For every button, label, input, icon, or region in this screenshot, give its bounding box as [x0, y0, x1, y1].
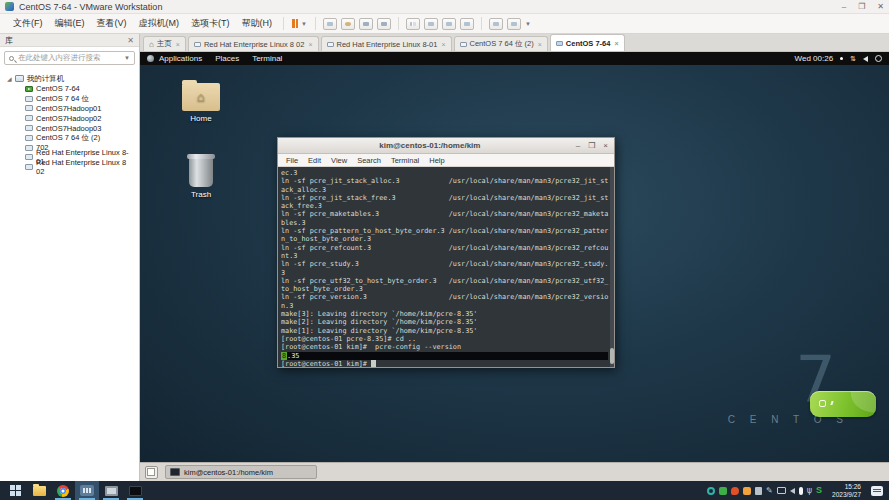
- collapse-icon[interactable]: ◢: [7, 75, 12, 82]
- desktop-icon-home[interactable]: Home: [165, 83, 237, 123]
- tab-close-icon[interactable]: ×: [538, 41, 542, 48]
- terminal-line: ack_free.3: [281, 202, 608, 210]
- terminal-scrollbar[interactable]: [610, 167, 614, 367]
- pen-tray-icon[interactable]: ✎: [766, 487, 773, 495]
- menu-vm[interactable]: 虚拟机(M): [133, 17, 186, 30]
- tab-rhel8-01[interactable]: Red Hat Enterprise Linux 8-01 ×: [321, 36, 452, 51]
- terminal-minimize-button[interactable]: –: [576, 141, 580, 150]
- taskbar-window-button[interactable]: kim@centos-01:/home/kim: [165, 465, 317, 479]
- vmware-app-icon: [5, 2, 14, 11]
- snapshot-camera-icon[interactable]: [359, 18, 373, 30]
- library-close-icon[interactable]: ✕: [127, 36, 134, 45]
- applications-menu[interactable]: Applications: [159, 54, 202, 63]
- show-library-icon[interactable]: [406, 18, 420, 30]
- sidebar-item-hadoop02[interactable]: CentOS7Hadoop02: [3, 113, 136, 123]
- tab-centos7-64-active[interactable]: CentOS 7-64 ×: [550, 34, 625, 51]
- gnome-desktop[interactable]: Home Trash 7 C E N T O S: [140, 65, 889, 462]
- fullscreen-icon[interactable]: [442, 18, 456, 30]
- vm-icon: [460, 42, 467, 47]
- tab-centos7-64bit-2[interactable]: CentOS 7 64 位 (2) ×: [454, 36, 548, 51]
- terminal-maximize-button[interactable]: ❒: [588, 141, 595, 150]
- volume-tray-icon[interactable]: [790, 488, 795, 494]
- snapshot-manager-icon[interactable]: [377, 18, 391, 30]
- tray-icon[interactable]: [719, 487, 727, 495]
- tray-icon[interactable]: [731, 487, 739, 495]
- usb-tray-icon[interactable]: ψ: [807, 487, 812, 495]
- chrome-button[interactable]: [51, 481, 75, 500]
- tab-home[interactable]: ⌂ 主页 ×: [143, 36, 186, 51]
- terminal-menu[interactable]: Terminal: [252, 54, 282, 63]
- microphone-tray-icon[interactable]: [799, 487, 803, 495]
- scrollbar-thumb[interactable]: [610, 348, 614, 364]
- terminal-menu-terminal[interactable]: Terminal: [391, 156, 419, 165]
- menu-view[interactable]: 查看(V): [91, 17, 133, 30]
- clipboard-tray-icon[interactable]: [755, 487, 762, 495]
- terminal-output[interactable]: ec.3 ln -sf pcre_jit_stack_alloc.3 /usr/…: [278, 167, 614, 367]
- terminal-title: kim@centos-01:/home/kim: [284, 141, 576, 150]
- tab-close-icon[interactable]: ×: [441, 41, 445, 48]
- volume-icon[interactable]: [863, 56, 868, 62]
- network-icon[interactable]: ⇅: [850, 55, 856, 63]
- tray-icon[interactable]: [707, 487, 715, 495]
- terminal-titlebar[interactable]: kim@centos-01:/home/kim – ❒ ×: [278, 138, 614, 154]
- terminal-line: n_to_host_byte_order.3: [281, 235, 608, 243]
- tray-icon[interactable]: S: [816, 486, 822, 495]
- terminal-menu-edit[interactable]: Edit: [308, 156, 321, 165]
- tab-close-icon[interactable]: ×: [308, 41, 312, 48]
- pause-vm-button[interactable]: ▼: [289, 19, 310, 28]
- chevron-down-icon[interactable]: ▼: [301, 21, 307, 27]
- workspace-switcher-icon[interactable]: [145, 466, 158, 479]
- display-tray-icon[interactable]: [777, 487, 786, 494]
- taskbar-clock[interactable]: 15:26 2023/9/27: [832, 483, 861, 498]
- tab-close-icon[interactable]: ×: [176, 41, 180, 48]
- terminal-line: nt.3: [281, 252, 608, 260]
- notification-center-icon[interactable]: [871, 486, 883, 496]
- menu-edit[interactable]: 编辑(E): [49, 17, 91, 30]
- menu-tabs[interactable]: 选项卡(T): [185, 17, 236, 30]
- terminal-menu-search[interactable]: Search: [357, 156, 381, 165]
- sidebar-item-centos7-64bit[interactable]: CentOS 7 64 位: [3, 94, 136, 104]
- console-app-button[interactable]: [123, 481, 147, 500]
- start-button[interactable]: [3, 481, 27, 500]
- power-icon[interactable]: [875, 55, 882, 62]
- terminal-window[interactable]: kim@centos-01:/home/kim – ❒ × File Edit …: [277, 137, 615, 368]
- sidebar-item-centos7-64bit-2[interactable]: CentOS 7 64 位 (2): [3, 133, 136, 143]
- display-settings-icon[interactable]: [507, 18, 521, 30]
- chevron-down-icon[interactable]: ▼: [124, 55, 130, 61]
- sidebar-item-hadoop03[interactable]: CentOS7Hadoop03: [3, 123, 136, 133]
- terminal-line: make[1]: Leaving directory `/home/kim/pc…: [281, 327, 608, 335]
- tab-rhel8-02[interactable]: Red Hat Enterprise Linux 8 02 ×: [188, 36, 319, 51]
- terminal-menubar: File Edit View Search Terminal Help: [278, 154, 614, 167]
- console-view-icon[interactable]: [489, 18, 503, 30]
- terminal-close-button[interactable]: ×: [603, 141, 608, 150]
- tree-root-my-computer[interactable]: ◢ 我的计算机: [3, 73, 136, 84]
- file-explorer-button[interactable]: [27, 481, 51, 500]
- snapshot-clock-icon[interactable]: [341, 18, 355, 30]
- sidebar-item-rhel8-02[interactable]: Red Hat Enterprise Linux 8 02: [3, 162, 136, 172]
- chevron-down-icon[interactable]: ▼: [525, 21, 531, 27]
- terminal-menu-help[interactable]: Help: [429, 156, 444, 165]
- remote-app-button[interactable]: [99, 481, 123, 500]
- menu-help[interactable]: 帮助(H): [236, 17, 279, 30]
- terminal-menu-file[interactable]: File: [286, 156, 298, 165]
- minimize-button[interactable]: –: [842, 2, 846, 11]
- gnome-clock[interactable]: Wed 00:26: [795, 54, 834, 63]
- sidebar-item-centos7-64[interactable]: CentOS 7-64: [3, 84, 136, 94]
- library-search-input[interactable]: 在此处键入内容进行搜索 ▼: [4, 51, 135, 65]
- menu-file[interactable]: 文件(F): [7, 17, 49, 30]
- places-menu[interactable]: Places: [215, 54, 239, 63]
- send-ctrl-alt-del-icon[interactable]: [323, 18, 337, 30]
- thumbnail-bar-icon[interactable]: [424, 18, 438, 30]
- vmware-taskbar-button[interactable]: [75, 481, 99, 500]
- windows-taskbar: ✎ ψ S 15:26 2023/9/27: [0, 481, 889, 500]
- tab-close-icon[interactable]: ×: [614, 40, 618, 47]
- unity-mode-icon[interactable]: [460, 18, 474, 30]
- terminal-menu-view[interactable]: View: [331, 156, 347, 165]
- tray-icon[interactable]: [743, 487, 751, 495]
- vm-running-icon: [25, 86, 33, 92]
- sidebar-item-hadoop01[interactable]: CentOS7Hadoop01: [3, 104, 136, 114]
- maximize-button[interactable]: ❐: [858, 2, 865, 11]
- close-button[interactable]: ✕: [877, 2, 884, 11]
- notification-toast[interactable]: [810, 391, 876, 417]
- desktop-icon-trash[interactable]: Trash: [165, 157, 237, 199]
